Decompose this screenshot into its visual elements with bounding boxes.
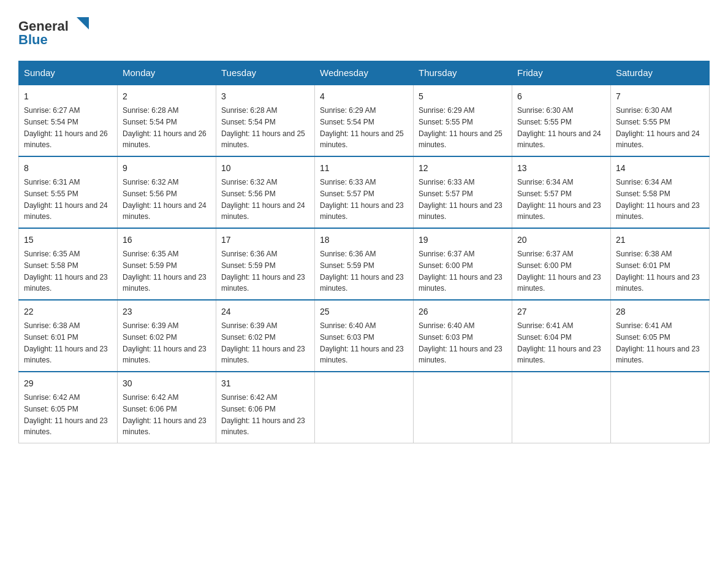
day-sunrise: Sunrise: 6:37 AM: [419, 250, 474, 258]
day-number: 12: [419, 162, 507, 175]
logo: General Blue: [18, 12, 98, 48]
day-sunset: Sunset: 6:02 PM: [221, 333, 276, 342]
day-sunrise: Sunrise: 6:42 AM: [221, 393, 277, 402]
calendar-day-cell: 3 Sunrise: 6:28 AM Sunset: 5:54 PM Dayli…: [216, 85, 315, 156]
calendar-day-cell: 31 Sunrise: 6:42 AM Sunset: 6:06 PM Dayl…: [216, 372, 315, 443]
day-number: 4: [320, 90, 408, 103]
day-daylight: Daylight: 11 hours and 25 minutes.: [221, 129, 305, 150]
day-sunrise: Sunrise: 6:30 AM: [517, 106, 573, 115]
day-daylight: Daylight: 11 hours and 24 minutes.: [517, 129, 601, 150]
day-sunset: Sunset: 6:03 PM: [320, 333, 374, 342]
day-daylight: Daylight: 11 hours and 23 minutes.: [24, 345, 108, 365]
calendar-table: SundayMondayTuesdayWednesdayThursdayFrid…: [18, 61, 710, 443]
calendar-day-cell: 24 Sunrise: 6:39 AM Sunset: 6:02 PM Dayl…: [216, 300, 315, 372]
day-daylight: Daylight: 11 hours and 23 minutes.: [221, 416, 305, 437]
day-sunset: Sunset: 6:01 PM: [616, 261, 670, 270]
day-number: 30: [123, 377, 211, 390]
day-number: 16: [123, 234, 211, 247]
calendar-week-row: 8 Sunrise: 6:31 AM Sunset: 5:55 PM Dayli…: [19, 156, 710, 228]
day-sunrise: Sunrise: 6:42 AM: [123, 393, 178, 402]
calendar-day-cell: 6 Sunrise: 6:30 AM Sunset: 5:55 PM Dayli…: [512, 85, 611, 156]
day-number: 13: [517, 162, 605, 175]
day-sunset: Sunset: 5:55 PM: [616, 118, 670, 126]
calendar-day-cell: 9 Sunrise: 6:32 AM Sunset: 5:56 PM Dayli…: [118, 156, 216, 228]
day-daylight: Daylight: 11 hours and 26 minutes.: [24, 129, 108, 150]
day-daylight: Daylight: 11 hours and 23 minutes.: [419, 273, 502, 293]
calendar-day-cell: 19 Sunrise: 6:37 AM Sunset: 6:00 PM Dayl…: [414, 228, 512, 300]
day-number: 26: [419, 305, 507, 318]
day-daylight: Daylight: 11 hours and 23 minutes.: [221, 273, 305, 293]
day-sunrise: Sunrise: 6:38 AM: [24, 321, 80, 330]
day-daylight: Daylight: 11 hours and 23 minutes.: [221, 345, 305, 365]
calendar-week-row: 29 Sunrise: 6:42 AM Sunset: 6:05 PM Dayl…: [19, 372, 710, 443]
day-daylight: Daylight: 11 hours and 24 minutes.: [221, 201, 305, 221]
day-sunrise: Sunrise: 6:35 AM: [24, 250, 80, 258]
day-sunset: Sunset: 5:59 PM: [123, 261, 177, 270]
calendar-week-row: 1 Sunrise: 6:27 AM Sunset: 5:54 PM Dayli…: [19, 85, 710, 156]
calendar-header-row: SundayMondayTuesdayWednesdayThursdayFrid…: [19, 61, 710, 85]
day-sunset: Sunset: 5:56 PM: [221, 190, 276, 198]
day-number: 3: [221, 90, 309, 103]
day-sunset: Sunset: 5:54 PM: [24, 118, 78, 126]
day-sunrise: Sunrise: 6:32 AM: [221, 178, 277, 186]
day-sunrise: Sunrise: 6:34 AM: [517, 178, 573, 186]
day-daylight: Daylight: 11 hours and 24 minutes.: [616, 129, 700, 150]
calendar-day-cell: 7 Sunrise: 6:30 AM Sunset: 5:55 PM Dayli…: [611, 85, 710, 156]
calendar-day-cell: 28 Sunrise: 6:41 AM Sunset: 6:05 PM Dayl…: [611, 300, 710, 372]
calendar-day-cell: 20 Sunrise: 6:37 AM Sunset: 6:00 PM Dayl…: [512, 228, 611, 300]
day-sunrise: Sunrise: 6:38 AM: [616, 250, 672, 258]
day-number: 9: [123, 162, 211, 175]
empty-cell: [611, 372, 710, 443]
day-sunrise: Sunrise: 6:29 AM: [320, 106, 376, 115]
day-number: 14: [616, 162, 704, 175]
day-sunrise: Sunrise: 6:35 AM: [123, 250, 178, 258]
day-daylight: Daylight: 11 hours and 23 minutes.: [616, 273, 700, 293]
day-daylight: Daylight: 11 hours and 23 minutes.: [123, 416, 207, 437]
day-daylight: Daylight: 11 hours and 23 minutes.: [616, 201, 700, 221]
day-sunrise: Sunrise: 6:40 AM: [320, 321, 376, 330]
day-sunset: Sunset: 6:01 PM: [24, 333, 78, 342]
day-daylight: Daylight: 11 hours and 23 minutes.: [123, 345, 207, 365]
day-sunset: Sunset: 5:57 PM: [419, 190, 473, 198]
day-sunrise: Sunrise: 6:36 AM: [221, 250, 277, 258]
day-daylight: Daylight: 11 hours and 23 minutes.: [616, 345, 700, 365]
col-header-saturday: Saturday: [611, 61, 710, 85]
calendar-week-row: 22 Sunrise: 6:38 AM Sunset: 6:01 PM Dayl…: [19, 300, 710, 372]
calendar-day-cell: 30 Sunrise: 6:42 AM Sunset: 6:06 PM Dayl…: [118, 372, 216, 443]
day-sunrise: Sunrise: 6:42 AM: [24, 393, 80, 402]
day-sunset: Sunset: 5:55 PM: [24, 190, 78, 198]
day-sunrise: Sunrise: 6:27 AM: [24, 106, 80, 115]
day-number: 2: [123, 90, 211, 103]
calendar-day-cell: 13 Sunrise: 6:34 AM Sunset: 5:57 PM Dayl…: [512, 156, 611, 228]
day-sunrise: Sunrise: 6:40 AM: [419, 321, 474, 330]
day-daylight: Daylight: 11 hours and 26 minutes.: [123, 129, 207, 150]
day-sunrise: Sunrise: 6:32 AM: [123, 178, 178, 186]
day-number: 20: [517, 234, 605, 247]
day-sunset: Sunset: 5:54 PM: [320, 118, 374, 126]
col-header-tuesday: Tuesday: [216, 61, 315, 85]
day-number: 28: [616, 305, 704, 318]
day-daylight: Daylight: 11 hours and 23 minutes.: [517, 201, 601, 221]
day-daylight: Daylight: 11 hours and 24 minutes.: [123, 201, 207, 221]
day-number: 27: [517, 305, 605, 318]
day-sunrise: Sunrise: 6:30 AM: [616, 106, 672, 115]
day-number: 29: [24, 377, 112, 390]
day-sunset: Sunset: 6:02 PM: [123, 333, 177, 342]
calendar-day-cell: 2 Sunrise: 6:28 AM Sunset: 5:54 PM Dayli…: [118, 85, 216, 156]
day-number: 5: [419, 90, 507, 103]
day-sunrise: Sunrise: 6:29 AM: [419, 106, 474, 115]
calendar-week-row: 15 Sunrise: 6:35 AM Sunset: 5:58 PM Dayl…: [19, 228, 710, 300]
page-header: General Blue: [18, 12, 710, 48]
empty-cell: [512, 372, 611, 443]
day-daylight: Daylight: 11 hours and 23 minutes.: [320, 201, 404, 221]
calendar-day-cell: 21 Sunrise: 6:38 AM Sunset: 6:01 PM Dayl…: [611, 228, 710, 300]
day-number: 21: [616, 234, 704, 247]
calendar-day-cell: 14 Sunrise: 6:34 AM Sunset: 5:58 PM Dayl…: [611, 156, 710, 228]
day-sunset: Sunset: 5:58 PM: [616, 190, 670, 198]
day-daylight: Daylight: 11 hours and 23 minutes.: [123, 273, 207, 293]
day-number: 11: [320, 162, 408, 175]
day-sunset: Sunset: 5:58 PM: [24, 261, 78, 270]
day-daylight: Daylight: 11 hours and 23 minutes.: [517, 345, 601, 365]
calendar-day-cell: 8 Sunrise: 6:31 AM Sunset: 5:55 PM Dayli…: [19, 156, 118, 228]
calendar-day-cell: 29 Sunrise: 6:42 AM Sunset: 6:05 PM Dayl…: [19, 372, 118, 443]
